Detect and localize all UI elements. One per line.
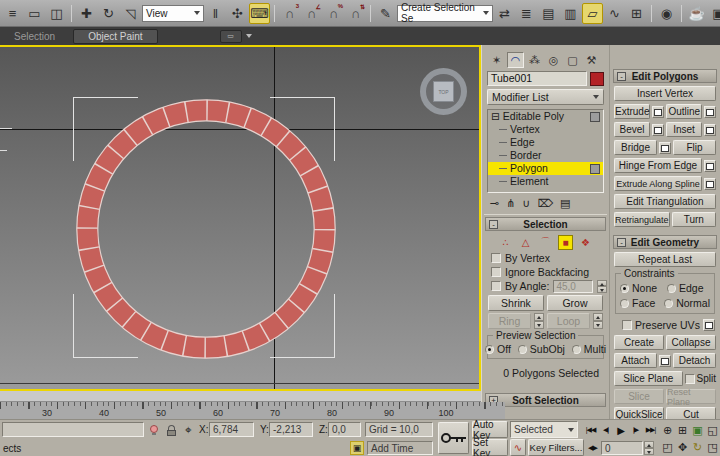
spinner-snap-icon[interactable]: ∩⇅	[345, 3, 366, 24]
angle-spinner[interactable]	[597, 280, 607, 293]
render-setup-icon[interactable]: ☕	[686, 3, 707, 24]
edge-subobject-icon[interactable]: △	[518, 235, 533, 250]
collapse-button[interactable]: Collapse	[666, 335, 716, 350]
preview-multi-radio[interactable]	[572, 345, 581, 354]
constraint-edge-radio[interactable]	[667, 284, 676, 293]
zoom-extents-all-icon[interactable]: ◱	[705, 422, 720, 438]
bridge-settings-button[interactable]	[659, 142, 671, 154]
maxscript-mini-listener[interactable]	[2, 422, 144, 437]
selection-lock-icon[interactable]	[164, 423, 178, 437]
edit-triangulation-button[interactable]: Edit Triangulation	[614, 194, 716, 209]
tab-modify[interactable]: ◠	[507, 52, 524, 68]
collapse-icon[interactable]: -	[617, 72, 626, 81]
stack-state-swatch[interactable]	[590, 112, 600, 122]
polygon-subobject-icon[interactable]: ■	[558, 235, 573, 250]
set-key-button[interactable]: Set Key	[472, 439, 508, 456]
key-mode-toggle-button[interactable]	[438, 422, 469, 454]
tab-selection[interactable]: Selection	[0, 30, 69, 43]
hinge-from-edge-button[interactable]: Hinge From Edge	[614, 158, 702, 173]
mirror-icon[interactable]: ⇄	[494, 3, 515, 24]
hinge-settings-button[interactable]	[704, 160, 716, 172]
x-coordinate-field[interactable]: 6,784	[209, 422, 254, 437]
viewcube[interactable]: TOP	[420, 68, 467, 115]
select-rotate-icon[interactable]: ↻	[98, 3, 119, 24]
extrude-button[interactable]: Extrude	[614, 104, 650, 119]
stack-item-edge[interactable]: Edge	[488, 136, 603, 149]
top-viewport[interactable]: TOP	[0, 45, 481, 391]
timeline-ruler[interactable]: 30 40 50 60 70 80 90 100	[0, 402, 505, 419]
bevel-button[interactable]: Bevel	[614, 122, 650, 137]
angle-value-field[interactable]: 45,0	[553, 280, 593, 293]
object-color-swatch[interactable]	[590, 72, 604, 86]
previous-frame-button[interactable]: ◀|	[598, 422, 613, 438]
schematic-view-icon[interactable]: ⊞	[626, 3, 647, 24]
constraint-face-radio[interactable]	[620, 299, 629, 308]
extrude-settings-button[interactable]	[652, 106, 664, 118]
by-vertex-checkbox[interactable]	[491, 253, 501, 263]
current-frame-field[interactable]: 0	[601, 441, 643, 455]
stack-state-swatch[interactable]	[590, 164, 600, 174]
stack-item-polygon[interactable]: Polygon	[488, 162, 603, 175]
extrude-along-spline-button[interactable]: Extrude Along Spline	[614, 176, 702, 191]
orbit-icon[interactable]: ↻	[690, 439, 705, 455]
select-move-icon[interactable]: ✚	[76, 3, 97, 24]
preserve-uvs-checkbox[interactable]	[622, 320, 632, 330]
zoom-icon[interactable]: ⊕	[660, 422, 675, 438]
ribbon-config-button[interactable]: ▭	[220, 30, 242, 43]
inset-button[interactable]: Inset	[666, 122, 702, 137]
pin-stack-icon[interactable]: ⊸	[490, 197, 499, 210]
tab-object-paint[interactable]: Object Paint	[73, 29, 157, 44]
reference-coordinate-dropdown[interactable]: View	[142, 5, 204, 22]
auto-key-button[interactable]: Auto Key	[472, 421, 508, 438]
bevel-settings-button[interactable]	[652, 124, 664, 136]
ring-button[interactable]: Ring	[488, 313, 531, 329]
retriangulate-button[interactable]: Retriangulate	[614, 212, 670, 227]
loop-button[interactable]: Loop	[547, 313, 590, 329]
constraint-none-radio[interactable]	[620, 284, 629, 293]
make-unique-icon[interactable]: ∪	[522, 197, 530, 210]
curve-editor-icon[interactable]: ∿	[604, 3, 625, 24]
angle-snap-icon[interactable]: ∩∠	[301, 3, 322, 24]
named-selection-sets-icon[interactable]: ✎	[375, 3, 396, 24]
ignore-backfacing-checkbox[interactable]	[491, 267, 501, 277]
selection-rollout-header[interactable]: - Selection	[485, 217, 606, 231]
preview-subobj-radio[interactable]	[518, 345, 527, 354]
edit-polygons-rollout-header[interactable]: - Edit Polygons	[613, 69, 717, 83]
keyboard-override-icon[interactable]: ⌨	[249, 3, 270, 24]
window-crossing-icon[interactable]: ◫	[46, 3, 67, 24]
slice-button[interactable]: Slice	[614, 389, 664, 404]
detach-button[interactable]: Detach	[673, 353, 716, 368]
y-coordinate-field[interactable]: -2,213	[269, 422, 313, 437]
tab-create[interactable]: ✶	[488, 52, 505, 68]
go-to-start-button[interactable]: |◀◀	[583, 422, 598, 438]
select-scale-icon[interactable]: ◹	[120, 3, 141, 24]
tab-motion[interactable]: ◎	[545, 52, 562, 68]
stack-item-vertex[interactable]: Vertex	[488, 123, 603, 136]
light-bulb-icon[interactable]	[147, 423, 161, 437]
split-checkbox[interactable]	[685, 374, 695, 384]
time-tag-cube-icon[interactable]: ▣	[350, 441, 364, 455]
insert-vertex-button[interactable]: Insert Vertex	[614, 86, 716, 101]
select-manipulate-icon[interactable]: ✣	[227, 3, 248, 24]
flip-button[interactable]: Flip	[673, 140, 716, 155]
pan-icon[interactable]: ✥	[675, 439, 690, 455]
edit-geometry-rollout-header[interactable]: - Edit Geometry	[613, 235, 717, 249]
configure-modifier-sets-icon[interactable]: ▤	[560, 197, 570, 210]
select-by-name-icon[interactable]: ≡	[2, 3, 23, 24]
repeat-last-button[interactable]: Repeat Last	[614, 252, 716, 267]
layers-icon[interactable]: ▤	[538, 3, 559, 24]
next-frame-button[interactable]: |▶	[628, 422, 643, 438]
turn-button[interactable]: Turn	[672, 212, 716, 227]
remove-modifier-icon[interactable]: ⌦	[538, 197, 554, 210]
percent-snap-icon[interactable]: ∩%	[323, 3, 344, 24]
frame-spinner[interactable]	[644, 441, 654, 455]
slice-plane-button[interactable]: Slice Plane	[614, 371, 683, 386]
stack-item-element[interactable]: Element	[488, 175, 603, 188]
key-mode-step-button[interactable]: ◀▶	[585, 440, 600, 456]
region-zoom-icon[interactable]: ◰	[660, 439, 675, 455]
use-center-icon[interactable]: ‖	[205, 3, 226, 24]
maximize-viewport-icon[interactable]: ◳	[705, 439, 720, 455]
key-filter-dropdown[interactable]: Selected	[510, 421, 578, 438]
stack-root-editable-poly[interactable]: ⊟ Editable Poly	[488, 110, 603, 123]
go-to-end-button[interactable]: ▶▶|	[643, 422, 658, 438]
